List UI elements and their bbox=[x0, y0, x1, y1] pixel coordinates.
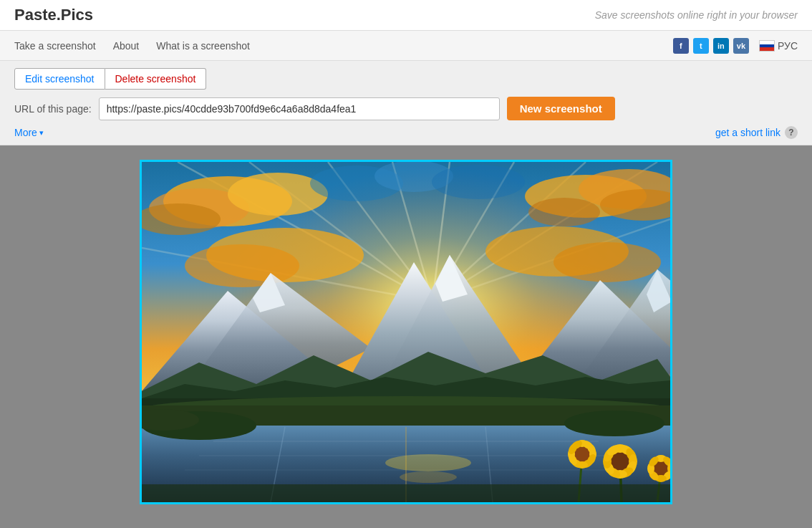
url-row: URL of this page: New screenshot bbox=[14, 97, 798, 120]
site-header: Paste.Pics Save screenshots online right… bbox=[0, 0, 812, 31]
nav-links: Take a screenshot About What is a screen… bbox=[14, 33, 250, 59]
new-screenshot-button[interactable]: New screenshot bbox=[507, 97, 615, 120]
svg-point-24 bbox=[185, 244, 299, 287]
lang-label: РУС bbox=[778, 40, 798, 52]
help-icon[interactable]: ? bbox=[785, 126, 798, 139]
site-tagline: Save screenshots online right in your br… bbox=[595, 9, 798, 21]
main-content-area bbox=[0, 145, 812, 519]
svg-point-48 bbox=[385, 454, 471, 471]
screenshot-image bbox=[142, 162, 670, 502]
twitter-btn[interactable]: t bbox=[693, 38, 709, 54]
svg-point-49 bbox=[400, 471, 457, 483]
short-link-area: get a short link ? bbox=[715, 126, 798, 139]
url-label: URL of this page: bbox=[14, 103, 92, 115]
vk-btn[interactable]: vk bbox=[733, 38, 749, 54]
action-toolbar: Edit screenshot Delete screenshot URL of… bbox=[0, 61, 812, 145]
landscape-svg bbox=[142, 162, 670, 502]
take-screenshot-link[interactable]: Take a screenshot bbox=[14, 33, 96, 59]
svg-point-90 bbox=[564, 411, 664, 436]
facebook-btn[interactable]: f bbox=[673, 38, 689, 54]
short-link-button[interactable]: get a short link bbox=[715, 127, 780, 138]
more-button[interactable]: More ▾ bbox=[14, 127, 44, 138]
toolbar-bottom-row: More ▾ get a short link ? bbox=[14, 126, 798, 139]
edit-screenshot-button[interactable]: Edit screenshot bbox=[14, 68, 105, 90]
nav-bar: Take a screenshot About What is a screen… bbox=[0, 31, 812, 61]
svg-point-22 bbox=[432, 165, 525, 199]
svg-point-19 bbox=[528, 198, 600, 226]
linkedin-btn[interactable]: in bbox=[713, 38, 729, 54]
screenshot-container bbox=[140, 160, 672, 504]
site-logo[interactable]: Paste.Pics bbox=[14, 6, 93, 24]
more-label: More bbox=[14, 127, 37, 138]
nav-right-area: f t in vk РУС bbox=[673, 38, 798, 54]
chevron-down-icon: ▾ bbox=[39, 128, 44, 138]
language-button[interactable]: РУС bbox=[759, 40, 798, 52]
toolbar-top-row: Edit screenshot Delete screenshot bbox=[14, 68, 798, 90]
about-link[interactable]: About bbox=[113, 33, 140, 59]
svg-point-26 bbox=[554, 242, 661, 282]
svg-rect-91 bbox=[142, 484, 670, 502]
russian-flag-icon bbox=[759, 40, 775, 52]
what-is-link[interactable]: What is a screenshot bbox=[156, 33, 250, 59]
url-input[interactable] bbox=[99, 97, 500, 120]
delete-screenshot-button[interactable]: Delete screenshot bbox=[105, 68, 207, 90]
